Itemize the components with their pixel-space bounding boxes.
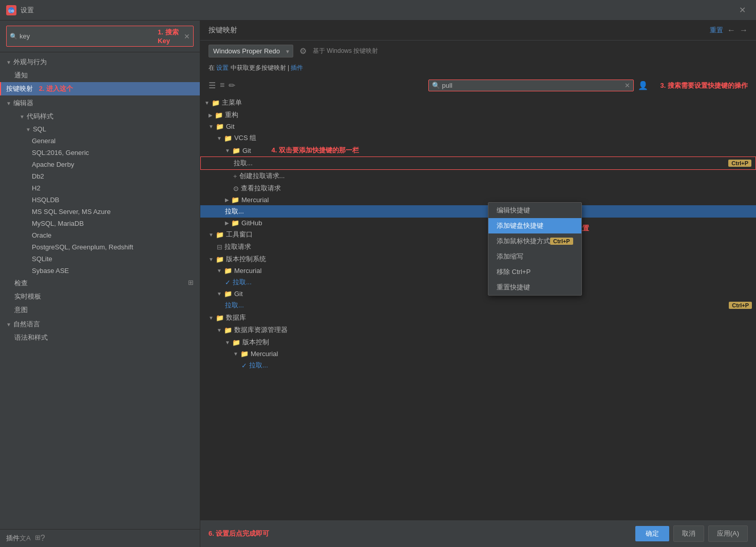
sidebar-item-apache-derby[interactable]: Apache Derby bbox=[0, 159, 200, 170]
tree-label-20: Mercurial bbox=[251, 350, 278, 358]
sidebar-item-sql[interactable]: ▼SQL bbox=[0, 123, 200, 135]
help-button[interactable]: ? bbox=[41, 534, 45, 543]
tree-node-mercurial2[interactable]: ▼ 📁 Mercurial bbox=[200, 265, 756, 276]
context-menu-reset[interactable]: 重置快捷键 bbox=[488, 280, 581, 295]
sidebar-item-keymap[interactable]: 按键映射 2. 进入这个 bbox=[0, 82, 200, 95]
sidebar-item-hsqldb[interactable]: HSQLDB bbox=[0, 194, 200, 206]
search-input[interactable] bbox=[20, 32, 155, 40]
tree-node-view-pr[interactable]: ⊙ 查看拉取请求 bbox=[200, 182, 756, 194]
tree-node-pull-selected[interactable]: 拉取... bbox=[200, 205, 756, 218]
pull-icon: ⊟ bbox=[217, 243, 222, 251]
tree-node-vcsgroup[interactable]: ▼ 📁 VCS 组 bbox=[200, 132, 756, 144]
search-icon-2: 🔍 bbox=[432, 82, 440, 89]
collapse-all-icon[interactable]: ≡ bbox=[220, 81, 224, 90]
tree-chevron-icon-3: ▼ bbox=[209, 124, 214, 129]
search-clear-icon[interactable]: ✕ bbox=[625, 82, 630, 89]
sidebar-item-h2[interactable]: H2 bbox=[0, 182, 200, 194]
tree-node-versioncontrol[interactable]: ▼ 📁 版本控制 bbox=[200, 336, 756, 348]
sidebar-item-intention[interactable]: 意图 bbox=[0, 303, 200, 317]
context-menu-add-mouse[interactable]: 添加鼠标快捷方式 Ctrl+P bbox=[488, 233, 581, 249]
cancel-button[interactable]: 取消 bbox=[673, 525, 704, 542]
tree-node-dbexplorer[interactable]: ▼ 📁 数据库资源管理器 bbox=[200, 324, 756, 336]
tree-node-refactor[interactable]: ▶ 📁 重构 bbox=[200, 109, 756, 121]
folder-icon-14: 📁 bbox=[232, 339, 240, 346]
translate-icon[interactable]: 文A bbox=[20, 534, 31, 543]
search-clear[interactable]: ✕ bbox=[184, 32, 190, 41]
forward-button[interactable]: → bbox=[740, 26, 748, 35]
section-editor: ▼ 编辑器 ▼代码样式 ▼SQL General SQL:2016, Gener… bbox=[0, 96, 200, 317]
section-appearance-header[interactable]: ▼ 外观与行为 bbox=[0, 55, 200, 69]
add-abbrev-label: 添加缩写 bbox=[497, 252, 523, 261]
tree-node-pullrequest[interactable]: ⊟ 拉取请求 bbox=[200, 241, 756, 253]
filter-icon[interactable]: ✏ bbox=[229, 81, 235, 90]
sidebar-item-db2[interactable]: Db2 bbox=[0, 170, 200, 182]
tree-node-pull-check1[interactable]: ✓ 拉取... bbox=[200, 276, 756, 288]
tree-node-pull-bordered[interactable]: 拉取... Ctrl+P bbox=[200, 157, 756, 170]
folder-icon-8: 📁 bbox=[216, 231, 224, 239]
tree-node-vcs[interactable]: ▼ 📁 版本控制系统 bbox=[200, 253, 756, 265]
tree-node-github1[interactable]: ▶ 📁 GitHub bbox=[200, 218, 756, 228]
close-button[interactable]: ✕ bbox=[735, 3, 750, 17]
shortcut-badge-2: Ctrl+P bbox=[729, 302, 752, 309]
section-nl-header[interactable]: ▼ 自然语言 bbox=[0, 318, 200, 331]
user-icon[interactable]: 👤 bbox=[638, 81, 648, 90]
sidebar-item-grammar[interactable]: 语法和样式 bbox=[0, 331, 200, 344]
tree-node-git3[interactable]: ▼ 📁 Git bbox=[200, 288, 756, 299]
tree-node-mercurial3[interactable]: ▼ 📁 Mercurial bbox=[200, 348, 756, 359]
tree-node-database[interactable]: ▼ 📁 数据库 bbox=[200, 311, 756, 324]
sidebar-item-live-templates[interactable]: 实时模板 bbox=[0, 290, 200, 303]
main-content: 🔍 1. 搜索 Key ✕ ▼ 外观与行为 通知 按键映射 bbox=[0, 21, 756, 547]
context-menu-add-keyboard[interactable]: 添加键盘快捷键 bbox=[488, 218, 581, 233]
panel-link-bar: 在 设置 中获取更多按键映射 | 插件 bbox=[200, 62, 756, 76]
tree-node-mercurial1[interactable]: ▶ 📁 Mercurial bbox=[200, 194, 756, 205]
tree-node-git1[interactable]: ▼ 📁 Git bbox=[200, 121, 756, 132]
tree-node-create-pr[interactable]: + 创建拉取请求... bbox=[200, 170, 756, 182]
tree-chevron-icon-11: ▼ bbox=[217, 291, 222, 297]
folder-icon-3: 📁 bbox=[216, 123, 224, 130]
ok-button[interactable]: 确定 bbox=[635, 526, 669, 541]
panel-toolbar: Windows Proper Redo ▼ ⚙ 基于 Windows 按键映射 bbox=[200, 41, 756, 62]
chevron-down-icon: ▼ bbox=[6, 60, 11, 65]
apply-button[interactable]: 应用(A) bbox=[708, 525, 748, 542]
sidebar-item-mssql[interactable]: MS SQL Server, MS Azure bbox=[0, 206, 200, 218]
tree-node-pull-check2[interactable]: ✓ 拉取... bbox=[200, 359, 756, 372]
sidebar-item-inspection[interactable]: 检查 ⊞ bbox=[0, 277, 200, 290]
back-button[interactable]: ← bbox=[727, 26, 735, 35]
tree-node-pull-shortcut[interactable]: 拉取... Ctrl+P bbox=[200, 299, 756, 311]
tree-node-git2[interactable]: ▼ 📁 Git 4. 双击要添加快捷键的那一栏 bbox=[200, 144, 756, 157]
tree-node-main-menu[interactable]: ▼ 📁 主菜单 bbox=[200, 96, 756, 109]
tree-label: 主菜单 bbox=[222, 98, 242, 107]
sidebar-item-sybase[interactable]: Sybase ASE bbox=[0, 265, 200, 277]
context-menu-edit[interactable]: 编辑快捷键 bbox=[488, 203, 581, 218]
tree-label-10: 工具窗口 bbox=[226, 230, 253, 239]
sidebar-item-general[interactable]: General bbox=[0, 135, 200, 147]
expand-all-icon[interactable]: ☰ bbox=[209, 81, 216, 90]
titlebar-left: DB 设置 bbox=[6, 5, 34, 15]
folder-icon-4: 📁 bbox=[224, 134, 232, 142]
section-editor-header[interactable]: ▼ 编辑器 bbox=[0, 96, 200, 110]
sidebar-item-oracle[interactable]: Oracle bbox=[0, 229, 200, 241]
reset-button[interactable]: 重置 bbox=[710, 26, 723, 35]
sidebar-item-sql2016[interactable]: SQL:2016, Generic bbox=[0, 147, 200, 159]
folder-icon: 📁 bbox=[212, 99, 220, 107]
gear-icon[interactable]: ⚙ bbox=[299, 46, 307, 56]
settings-link[interactable]: 设置 bbox=[216, 64, 229, 71]
section-editor-label: 编辑器 bbox=[13, 99, 33, 108]
sidebar-item-notification[interactable]: 通知 bbox=[0, 69, 200, 82]
keymap-dropdown[interactable]: Windows Proper Redo bbox=[209, 45, 293, 57]
plugins-link[interactable]: 插件 bbox=[291, 64, 303, 71]
step6-annotation: 6. 设置后点完成即可 bbox=[209, 529, 631, 538]
sidebar-item-codestyle[interactable]: ▼代码样式 bbox=[0, 110, 200, 123]
action-search-input[interactable] bbox=[442, 82, 625, 89]
sidebar-item-postgresql[interactable]: PostgreSQL, Greenplum, Redshift bbox=[0, 241, 200, 253]
grid-icon[interactable]: ⊞ bbox=[35, 534, 41, 543]
folder-icon-7: 📁 bbox=[231, 219, 239, 227]
sidebar-item-sqlite[interactable]: SQLite bbox=[0, 253, 200, 265]
sidebar-item-mysql[interactable]: MySQL, MariaDB bbox=[0, 218, 200, 229]
context-menu-add-abbrev[interactable]: 添加缩写 bbox=[488, 249, 581, 264]
chevron-down-icon-4: ▼ bbox=[26, 127, 31, 132]
add-mouse-label: 添加鼠标快捷方式 bbox=[497, 237, 550, 246]
reset-shortcut-label: 重置快捷键 bbox=[497, 283, 530, 292]
tree-node-toolwindow[interactable]: ▼ 📁 工具窗口 bbox=[200, 228, 756, 241]
context-menu-remove[interactable]: 移除 Ctrl+P bbox=[488, 264, 581, 280]
